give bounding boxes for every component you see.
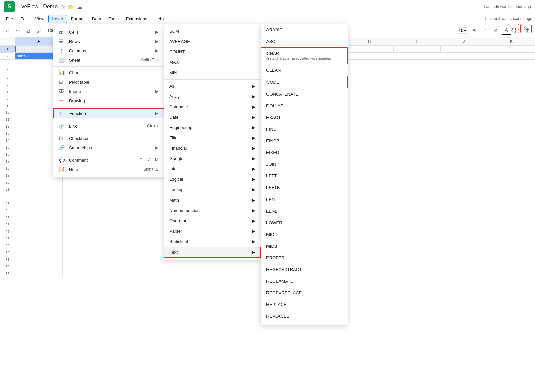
grid-cell[interactable] — [63, 249, 110, 256]
grid-cell[interactable] — [393, 53, 440, 59]
grid-cell[interactable] — [346, 200, 393, 207]
grid-cell[interactable] — [346, 172, 393, 179]
grid-cell[interactable] — [440, 172, 488, 179]
grid-cell[interactable] — [440, 137, 488, 144]
grid-cell[interactable] — [393, 151, 440, 158]
grid-cell[interactable] — [346, 137, 393, 144]
grid-cell[interactable] — [393, 249, 440, 256]
row-number-16[interactable]: 16 — [0, 151, 15, 158]
grid-cell[interactable] — [15, 200, 63, 207]
redo-button[interactable]: ↪ — [13, 26, 23, 35]
grid-cell[interactable] — [63, 263, 110, 270]
text-fn-item-fixed[interactable]: FIXED — [261, 147, 348, 158]
grid-cell[interactable] — [346, 151, 393, 158]
text-fn-item-len[interactable]: LEN — [261, 193, 348, 205]
grid-cell[interactable] — [110, 214, 157, 221]
grid-cell[interactable] — [110, 249, 157, 256]
insert-pivot-item[interactable]: ⊞ Pivot table — [54, 77, 164, 87]
grid-cell[interactable] — [488, 123, 535, 130]
fn-cat-array[interactable]: Array ▶ — [164, 91, 261, 102]
grid-cell[interactable] — [15, 256, 63, 263]
grid-cell[interactable] — [346, 221, 393, 228]
grid-cell[interactable] — [63, 200, 110, 207]
grid-cell[interactable] — [63, 235, 110, 242]
grid-cell[interactable] — [440, 235, 488, 242]
row-number-6[interactable]: 6 — [0, 81, 15, 88]
text-fn-item-lenb[interactable]: LENB — [261, 205, 348, 217]
row-number-17[interactable]: 17 — [0, 158, 15, 165]
grid-cell[interactable] — [488, 116, 535, 123]
grid-cell[interactable] — [346, 214, 393, 221]
fn-cat-database[interactable]: Database ▶ — [164, 102, 261, 112]
col-header-h[interactable]: H — [346, 37, 393, 45]
grid-cell[interactable] — [346, 123, 393, 130]
grid-cell[interactable] — [204, 270, 251, 277]
grid-cell[interactable] — [346, 270, 393, 277]
grid-cell[interactable] — [393, 200, 440, 207]
italic-button[interactable]: I — [480, 26, 490, 35]
grid-cell[interactable] — [488, 221, 535, 228]
grid-cell[interactable] — [488, 151, 535, 158]
cloud-icon[interactable]: ☁ — [77, 4, 82, 10]
menu-view[interactable]: View — [32, 15, 48, 23]
grid-cell[interactable] — [393, 207, 440, 214]
grid-cell[interactable] — [110, 242, 157, 249]
grid-cell[interactable] — [488, 109, 535, 116]
text-fn-item-join[interactable]: JOIN — [261, 158, 348, 170]
grid-cell[interactable] — [346, 53, 393, 59]
grid-cell[interactable] — [440, 228, 488, 235]
grid-cell[interactable] — [393, 60, 440, 67]
quick-fn-sum[interactable]: SUM — [164, 26, 261, 36]
grid-cell[interactable] — [488, 165, 535, 172]
grid-cell[interactable] — [63, 214, 110, 221]
grid-cell[interactable] — [440, 179, 488, 186]
grid-cell[interactable] — [346, 102, 393, 109]
grid-cell[interactable] — [346, 158, 393, 165]
menu-file[interactable]: File — [3, 15, 16, 23]
grid-cell[interactable] — [204, 263, 251, 270]
grid-cell[interactable] — [15, 263, 63, 270]
grid-cell[interactable] — [440, 60, 488, 67]
row-number-22[interactable]: 22 — [0, 193, 15, 200]
text-fn-item-mid[interactable]: MID — [261, 229, 348, 240]
row-number-12[interactable]: 12 — [0, 123, 15, 130]
grid-cell[interactable] — [488, 130, 535, 137]
text-fn-item-code[interactable]: CODE — [261, 76, 348, 88]
bold-button[interactable]: B — [469, 26, 479, 35]
grid-cell[interactable] — [440, 81, 488, 88]
fn-cat-filter[interactable]: Filter ▶ — [164, 133, 261, 143]
grid-cell[interactable] — [488, 270, 535, 277]
font-size-selector[interactable]: 10 ▾ — [457, 27, 468, 34]
grid-cell[interactable] — [488, 193, 535, 200]
insert-columns-item[interactable]: ⋮⋮ Columns ▶ — [54, 46, 164, 55]
grid-cell[interactable] — [488, 74, 535, 81]
text-fn-item-exact[interactable]: EXACT — [261, 112, 348, 123]
grid-cell[interactable] — [488, 144, 535, 151]
col-header-k[interactable]: K — [488, 37, 535, 45]
grid-cell[interactable] — [15, 270, 63, 277]
grid-cell[interactable] — [346, 249, 393, 256]
grid-cell[interactable] — [440, 200, 488, 207]
grid-cell[interactable] — [393, 123, 440, 130]
fn-cat-math[interactable]: Math ▶ — [164, 195, 261, 205]
row-number-13[interactable]: 13 — [0, 130, 15, 137]
grid-cell[interactable] — [63, 270, 110, 277]
text-fn-item-leftb[interactable]: LEFTB — [261, 182, 348, 193]
grid-cell[interactable] — [440, 193, 488, 200]
row-number-18[interactable]: 18 — [0, 165, 15, 172]
grid-cell[interactable] — [393, 263, 440, 270]
grid-cell[interactable] — [394, 46, 441, 52]
grid-cell[interactable] — [393, 235, 440, 242]
row-number-3[interactable]: 3 — [0, 60, 15, 67]
grid-cell[interactable] — [393, 95, 440, 102]
grid-cell[interactable] — [393, 137, 440, 144]
grid-cell[interactable] — [346, 130, 393, 137]
row-number-33[interactable]: 33 — [0, 270, 15, 277]
grid-cell[interactable] — [393, 242, 440, 249]
grid-cell[interactable] — [440, 256, 488, 263]
row-number-20[interactable]: 20 — [0, 179, 15, 186]
grid-cell[interactable] — [346, 235, 393, 242]
quick-fn-count[interactable]: COUNT — [164, 47, 261, 57]
grid-cell[interactable] — [488, 200, 535, 207]
text-fn-item-replace[interactable]: REPLACE — [261, 299, 348, 310]
